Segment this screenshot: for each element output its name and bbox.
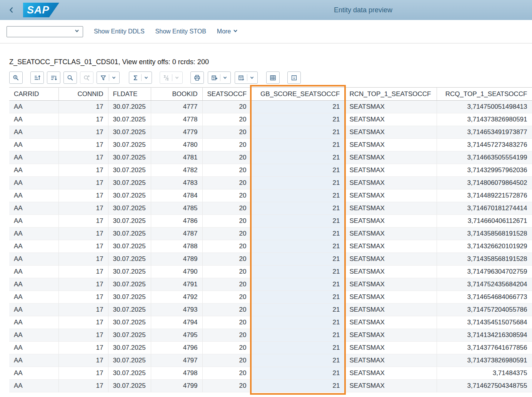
table-row[interactable]: AA1730.07.202547782021SEATSMAX3,71437382… bbox=[9, 113, 532, 126]
cell-seatsoccf[interactable]: 20 bbox=[202, 380, 251, 392]
cell-rcq_top_1_seatsoccf[interactable]: 3,714489221572876 bbox=[437, 189, 532, 202]
cell-rcn_top_1_seatsoccf[interactable]: SEATSMAX bbox=[345, 342, 437, 354]
table-row[interactable]: AA1730.07.202547822021SEATSMAX3,71432995… bbox=[9, 164, 532, 177]
filter-button[interactable] bbox=[97, 71, 120, 84]
cell-seatsoccf[interactable]: 20 bbox=[202, 228, 251, 240]
cell-carrid[interactable]: AA bbox=[9, 126, 58, 139]
cell-fldate[interactable]: 30.07.2025 bbox=[108, 151, 151, 164]
cell-carrid[interactable]: AA bbox=[9, 278, 58, 291]
cell-carrid[interactable]: AA bbox=[9, 354, 58, 367]
cell-connid[interactable]: 17 bbox=[58, 113, 108, 126]
cell-rcq_top_1_seatsoccf[interactable]: 3,714457273483276 bbox=[437, 139, 532, 151]
cell-bookid[interactable]: 4785 bbox=[151, 202, 202, 215]
cell-gb_score_seatsoccf[interactable]: 21 bbox=[251, 215, 345, 228]
cell-carrid[interactable]: AA bbox=[9, 304, 58, 316]
cell-connid[interactable]: 17 bbox=[58, 304, 108, 316]
cell-seatsoccf[interactable]: 20 bbox=[202, 342, 251, 354]
cell-connid[interactable]: 17 bbox=[58, 202, 108, 215]
cell-connid[interactable]: 17 bbox=[58, 240, 108, 253]
cell-seatsoccf[interactable]: 20 bbox=[202, 202, 251, 215]
cell-gb_score_seatsoccf[interactable]: 21 bbox=[251, 329, 345, 342]
find-button[interactable] bbox=[63, 71, 77, 84]
show-entity-stob-link[interactable]: Show Entity STOB bbox=[155, 28, 206, 35]
table-row[interactable]: AA1730.07.202547892021SEATSMAX3,71435856… bbox=[9, 253, 532, 266]
cell-bookid[interactable]: 4780 bbox=[151, 139, 202, 151]
cell-connid[interactable]: 17 bbox=[58, 380, 108, 392]
cell-seatsoccf[interactable]: 20 bbox=[202, 354, 251, 367]
cell-seatsoccf[interactable]: 20 bbox=[202, 240, 251, 253]
cell-fldate[interactable]: 30.07.2025 bbox=[108, 291, 151, 304]
cell-fldate[interactable]: 30.07.2025 bbox=[108, 278, 151, 291]
table-row[interactable]: AA1730.07.202547982021SEATSMAX3,71484375 bbox=[9, 367, 532, 380]
cell-connid[interactable]: 17 bbox=[58, 354, 108, 367]
show-entity-ddls-link[interactable]: Show Entity DDLS bbox=[94, 28, 145, 35]
cell-rcn_top_1_seatsoccf[interactable]: SEATSMAX bbox=[345, 164, 437, 177]
cell-carrid[interactable]: AA bbox=[9, 253, 58, 266]
table-row[interactable]: AA1730.07.202547792021SEATSMAX3,71465349… bbox=[9, 126, 532, 139]
cell-fldate[interactable]: 30.07.2025 bbox=[108, 139, 151, 151]
cell-gb_score_seatsoccf[interactable]: 21 bbox=[251, 278, 345, 291]
table-row[interactable]: AA1730.07.202547912021SEATSMAX3,71475243… bbox=[9, 278, 532, 291]
cell-carrid[interactable]: AA bbox=[9, 151, 58, 164]
cell-carrid[interactable]: AA bbox=[9, 113, 58, 126]
column-header-seatsoccf[interactable]: SEATSOCCF bbox=[202, 88, 251, 101]
cell-gb_score_seatsoccf[interactable]: 21 bbox=[251, 101, 345, 113]
cell-fldate[interactable]: 30.07.2025 bbox=[108, 177, 151, 189]
cell-rcn_top_1_seatsoccf[interactable]: SEATSMAX bbox=[345, 354, 437, 367]
cell-rcn_top_1_seatsoccf[interactable]: SEATSMAX bbox=[345, 253, 437, 266]
cell-connid[interactable]: 17 bbox=[58, 316, 108, 329]
cell-carrid[interactable]: AA bbox=[9, 177, 58, 189]
cell-gb_score_seatsoccf[interactable]: 21 bbox=[251, 266, 345, 278]
cell-gb_score_seatsoccf[interactable]: 21 bbox=[251, 304, 345, 316]
back-icon[interactable] bbox=[6, 5, 17, 15]
cell-rcn_top_1_seatsoccf[interactable]: SEATSMAX bbox=[345, 304, 437, 316]
cell-fldate[interactable]: 30.07.2025 bbox=[108, 329, 151, 342]
cell-rcn_top_1_seatsoccf[interactable]: SEATSMAX bbox=[345, 113, 437, 126]
cell-connid[interactable]: 17 bbox=[58, 291, 108, 304]
table-row[interactable]: AA1730.07.202547832021SEATSMAX3,71480607… bbox=[9, 177, 532, 189]
cell-connid[interactable]: 17 bbox=[58, 215, 108, 228]
table-row[interactable]: AA1730.07.202547922021SEATSMAX3,71465468… bbox=[9, 291, 532, 304]
cell-carrid[interactable]: AA bbox=[9, 228, 58, 240]
cell-rcn_top_1_seatsoccf[interactable]: SEATSMAX bbox=[345, 316, 437, 329]
cell-bookid[interactable]: 4799 bbox=[151, 380, 202, 392]
sort-descending-button[interactable] bbox=[47, 71, 60, 84]
cell-fldate[interactable]: 30.07.2025 bbox=[108, 189, 151, 202]
cell-rcq_top_1_seatsoccf[interactable]: 3,714757204055786 bbox=[437, 304, 532, 316]
cell-carrid[interactable]: AA bbox=[9, 316, 58, 329]
cell-rcn_top_1_seatsoccf[interactable]: SEATSMAX bbox=[345, 151, 437, 164]
cell-rcn_top_1_seatsoccf[interactable]: SEATSMAX bbox=[345, 329, 437, 342]
cell-fldate[interactable]: 30.07.2025 bbox=[108, 342, 151, 354]
cell-connid[interactable]: 17 bbox=[58, 177, 108, 189]
cell-fldate[interactable]: 30.07.2025 bbox=[108, 304, 151, 316]
cell-gb_score_seatsoccf[interactable]: 21 bbox=[251, 240, 345, 253]
table-row[interactable]: AA1730.07.202547992021SEATSMAX3,71462750… bbox=[9, 380, 532, 392]
cell-rcq_top_1_seatsoccf[interactable]: 3,714796304702759 bbox=[437, 266, 532, 278]
cell-fldate[interactable]: 30.07.2025 bbox=[108, 253, 151, 266]
column-header-rcq_top_1_seatsoccf[interactable]: RCQ_TOP_1_SEATSOCCF bbox=[437, 88, 532, 101]
cell-bookid[interactable]: 4792 bbox=[151, 291, 202, 304]
cell-rcq_top_1_seatsoccf[interactable]: 3,714663505554199 bbox=[437, 151, 532, 164]
cell-gb_score_seatsoccf[interactable]: 21 bbox=[251, 342, 345, 354]
cell-rcq_top_1_seatsoccf[interactable]: 3,714660406112671 bbox=[437, 215, 532, 228]
table-row[interactable]: AA1730.07.202547932021SEATSMAX3,71475720… bbox=[9, 304, 532, 316]
cell-bookid[interactable]: 4794 bbox=[151, 316, 202, 329]
table-row[interactable]: AA1730.07.202547942021SEATSMAX3,71435451… bbox=[9, 316, 532, 329]
cell-carrid[interactable]: AA bbox=[9, 240, 58, 253]
table-row[interactable]: AA1730.07.202547852021SEATSMAX3,71467018… bbox=[9, 202, 532, 215]
cell-carrid[interactable]: AA bbox=[9, 266, 58, 278]
cell-rcq_top_1_seatsoccf[interactable]: 3,714752435684204 bbox=[437, 278, 532, 291]
cell-gb_score_seatsoccf[interactable]: 21 bbox=[251, 164, 345, 177]
cell-rcq_top_1_seatsoccf[interactable]: 3,714627504348755 bbox=[437, 380, 532, 392]
cell-bookid[interactable]: 4778 bbox=[151, 113, 202, 126]
details-button[interactable] bbox=[9, 71, 23, 84]
cell-connid[interactable]: 17 bbox=[58, 253, 108, 266]
cell-gb_score_seatsoccf[interactable]: 21 bbox=[251, 228, 345, 240]
cell-bookid[interactable]: 4784 bbox=[151, 189, 202, 202]
cell-rcq_top_1_seatsoccf[interactable]: 3,714750051498413 bbox=[437, 101, 532, 113]
cell-gb_score_seatsoccf[interactable]: 21 bbox=[251, 189, 345, 202]
column-header-carrid[interactable]: CARRID bbox=[9, 88, 58, 101]
table-row[interactable]: AA1730.07.202547872021SEATSMAX3,71435856… bbox=[9, 228, 532, 240]
cell-rcq_top_1_seatsoccf[interactable]: 3,714373826980591 bbox=[437, 354, 532, 367]
cell-fldate[interactable]: 30.07.2025 bbox=[108, 228, 151, 240]
